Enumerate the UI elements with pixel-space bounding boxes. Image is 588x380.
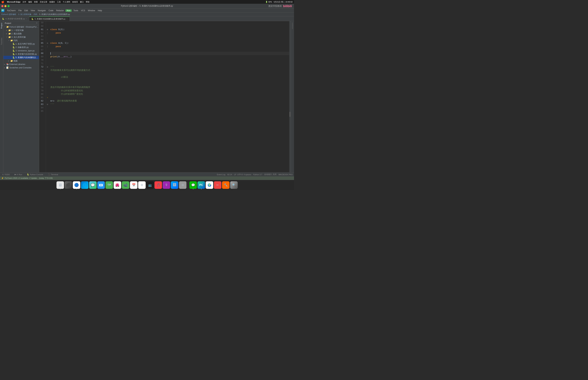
dock-launchpad[interactable]: ⬛ (65, 181, 72, 189)
menu-navigate[interactable]: Navigate (37, 9, 47, 12)
dock-separator (188, 182, 188, 188)
dock-messages[interactable]: 💬 (89, 181, 97, 189)
python-version[interactable]: Python 3.7 (253, 173, 262, 175)
scrollbar-thumb[interactable] (289, 112, 290, 117)
menu-vcs[interactable]: VCS (80, 9, 86, 12)
menu-tabs[interactable]: 标签页 (72, 1, 78, 3)
label-2: 2. 魔法函数 (11, 32, 39, 35)
label-code: 代码 (13, 39, 39, 42)
dock-maps[interactable]: 🗺 (106, 181, 113, 189)
dock-finder[interactable]: 🖥 (57, 181, 64, 189)
menu-tools-pc[interactable]: Tools (72, 9, 79, 12)
menu-edit-pc[interactable]: Edit (23, 9, 29, 12)
dock-pycharm[interactable]: PC (198, 181, 205, 189)
ln-74: 74 (39, 72, 44, 76)
menu-file-pc[interactable]: File (17, 9, 23, 12)
tab-file1[interactable]: 🐍 4. 类变量与实例变量.py × (0, 17, 29, 21)
menu-file[interactable]: 文件 (22, 1, 26, 3)
menu-edge[interactable]: Microsoft Edge (7, 1, 20, 3)
tree-item-code[interactable]: ▼ 📁 代码 (3, 39, 39, 42)
menu-history[interactable]: 历史记录 (40, 1, 47, 3)
project-sidebar: Project ⚙ ▼ 📁 Python3 进阶编程 ~/Desktop/Pyt… (3, 21, 39, 172)
menu-view-pc[interactable]: View (30, 9, 36, 12)
tab-file2[interactable]: 🐍 5. 类属性与实例属性以及查找顺序.py × (29, 17, 70, 21)
dock-mail[interactable]: 📧 (97, 181, 105, 189)
breadcrumb-item-3[interactable]: 代码 (34, 13, 37, 16)
menu-help-pc[interactable]: Help (97, 9, 103, 12)
fold-72[interactable]: ◉ (46, 65, 49, 69)
menu-code[interactable]: Code (47, 9, 55, 12)
event-log[interactable]: Event Log (217, 173, 226, 175)
tree-file-1[interactable]: 🐍 1. 多态与鸭子类型.py (3, 42, 39, 46)
fold-65[interactable]: ◉ (46, 41, 49, 45)
breadcrumb-item-4[interactable]: 5. 类属性与实例属性以及查找顺序.py (39, 13, 70, 16)
code-container[interactable]: 59 60 61 62 63 64 65 66 67 68 69 70 71 7… (39, 21, 291, 172)
dock-xmind[interactable]: ✂ (214, 181, 221, 189)
side-tab-favorites[interactable]: Favorites (0, 37, 3, 46)
datetime: 6月21日 周二 19:40:02 (274, 1, 293, 3)
fold-83[interactable]: ◉ (46, 103, 49, 106)
menu-view[interactable]: 查看 (34, 1, 38, 3)
tree-video[interactable]: ▶ 📁 视频 (3, 59, 39, 63)
menu-pycharm[interactable]: PyCharm (6, 9, 17, 12)
tree-item-2[interactable]: ▶ 📁 2. 魔法函数 (3, 32, 39, 35)
tree-root[interactable]: ▼ 📁 Python3 进阶编程 ~/Desktop/Python3 进阶编程 (3, 25, 39, 29)
menu-window[interactable]: 窗口 (80, 1, 84, 3)
breadcrumb-item-2[interactable]: 3. 深入类和对象 (18, 13, 32, 16)
menu-refactor[interactable]: Refactor (55, 9, 65, 12)
dock-appletv[interactable]: 📺 (146, 181, 154, 189)
dock-photos[interactable]: 🌺 (114, 181, 121, 189)
tree-item-1[interactable]: ▶ 📁 1. 一切皆对象 (3, 29, 39, 32)
close-button[interactable] (1, 5, 3, 7)
tree-item-3[interactable]: ▼ 📁 3. 深入类和对象 (3, 35, 39, 39)
tab-close-2[interactable]: × (67, 18, 68, 20)
menu-tools[interactable]: 工具 (57, 1, 61, 3)
python-console-button[interactable]: 🐍 Python Console (26, 173, 44, 176)
terminal-button[interactable]: ⬛ Terminal (47, 173, 59, 176)
editor-scrollbar[interactable] (289, 21, 291, 172)
dock-chrome[interactable]: 🔵 (73, 181, 80, 189)
tree-file-4[interactable]: 🐍 4. 类变量与实例变量.py (3, 52, 39, 56)
dock-search[interactable]: 🔍 (230, 181, 238, 189)
run-button[interactable]: ▶ 4: Run (14, 173, 23, 176)
dock-tool2[interactable]: 🔧 (222, 181, 229, 189)
code-line-80: 什么时候调用广度优先 (50, 93, 289, 96)
dock-browser2[interactable]: 🌍 (206, 181, 213, 189)
dock-music[interactable]: 🎵 (154, 181, 162, 189)
ln-67: 67 (39, 48, 44, 52)
menu-favorites[interactable]: 收藏夹 (49, 1, 55, 3)
tree-file-5[interactable]: 🐍 5. 类属性与实例属性以及查找顺序.py (3, 56, 39, 59)
tree-file-3[interactable]: 🐍 3. isinstance_type.py (3, 49, 39, 52)
menu-profile[interactable]: 个人资料 (63, 1, 70, 3)
tree-ext-libs[interactable]: ▶ 📚 External Libraries (3, 63, 39, 66)
right-tab-database[interactable]: Database (291, 21, 294, 30)
dock-podcast[interactable]: 🎙 (163, 181, 170, 189)
dock-facetime[interactable]: 📹 (122, 181, 129, 189)
dock-reminder[interactable]: ⚙ (138, 181, 146, 189)
menu-window-pc[interactable]: Window (87, 9, 96, 12)
side-tab-project[interactable]: Project (0, 22, 3, 30)
menu-run[interactable]: Run (65, 9, 72, 12)
apple-menu[interactable]: 🍎 (1, 0, 4, 3)
minimize-button[interactable] (4, 5, 6, 7)
sidebar-settings-icon[interactable]: ⚙ (36, 22, 38, 24)
menu-help[interactable]: 帮助 (86, 1, 90, 3)
todo-button[interactable]: 6: TODO (1, 173, 11, 176)
dock-edge[interactable]: 🌐 (81, 181, 89, 189)
folder-icon-code: 📁 (10, 39, 13, 42)
dock-calendar[interactable]: 📅 (130, 181, 137, 189)
notification-text[interactable]: PyCharm 2020.1.5 available: // Update...… (5, 177, 53, 179)
dock-systemprefs[interactable]: ⚙ (179, 181, 187, 189)
menu-edit[interactable]: 编辑 (28, 1, 32, 3)
dock-wechat[interactable]: 💬 (189, 181, 197, 189)
dock-appstore[interactable]: 🅰 (171, 181, 178, 189)
tab-close-1[interactable]: × (26, 18, 27, 20)
folder-icon-2: 📁 (8, 33, 11, 35)
maximize-button[interactable] (7, 5, 10, 7)
fold-61[interactable]: ◉ (46, 28, 49, 31)
breadcrumb-item-1[interactable]: Python3 进阶编程 (1, 13, 16, 16)
label-video: 视频 (13, 59, 39, 62)
tree-file-2[interactable]: 🐍 2. 抽象基类.py (3, 46, 39, 49)
tree-scratches[interactable]: ▶ 📝 Scratches and Consoles (3, 66, 39, 69)
code-editor[interactable]: class B(D): pass class A(B, C): pass (49, 21, 289, 172)
